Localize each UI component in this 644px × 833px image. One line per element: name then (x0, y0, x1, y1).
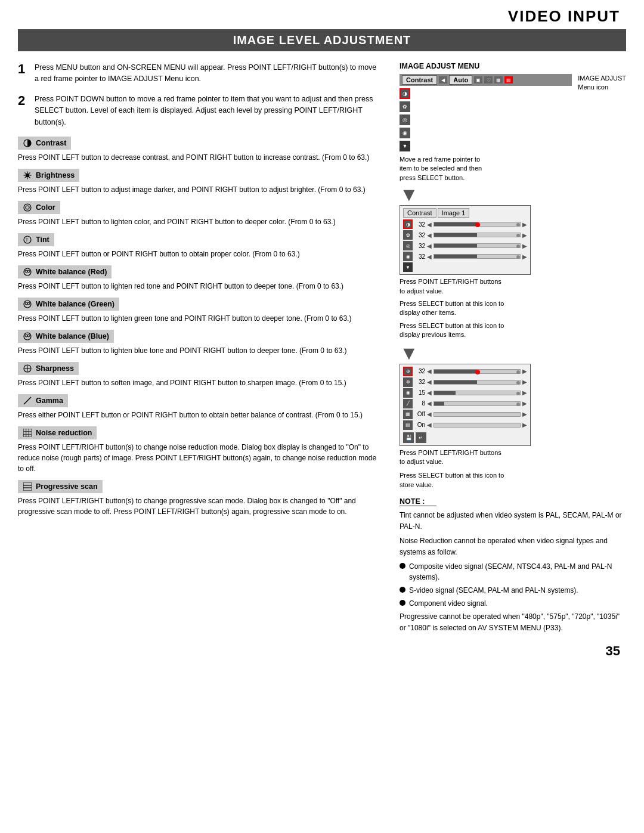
feature-noise-reduction: Noise reduction Press POINT LEFT/RIGHT b… (18, 426, 382, 474)
slider-bar-1 (434, 222, 521, 227)
svg-line-27 (24, 397, 31, 404)
bslider-arr-r6: ▶ (522, 422, 527, 428)
feature-contrast: Contrast Press POINT LEFT button to decr… (18, 137, 382, 163)
bslider-row-6: ▤ On ◀ ▶ (403, 420, 527, 430)
store-icons-row: 💾 ↵ (403, 432, 527, 443)
svg-point-15 (25, 270, 27, 272)
bslider-arr-l2: ◀ (427, 379, 432, 385)
wb-green-icon (23, 299, 32, 309)
page-header: VIDEO INPUT (0, 0, 644, 29)
svg-point-19 (27, 302, 30, 305)
contrast-desc: Press POINT LEFT button to decrease cont… (18, 152, 382, 163)
sharpness-desc: Press POINT LEFT button to soften image,… (18, 377, 382, 388)
slider-icon-4: ◉ (403, 252, 413, 261)
progressive-scan-desc: Press POINT LEFT/RIGHT button(s) to chan… (18, 496, 382, 517)
bslider-arr-l6: ◀ (427, 422, 432, 428)
down-arrow-icon: ▼ (400, 141, 410, 151)
slider-fill-4 (434, 255, 477, 258)
top-menu-area: Contrast ◀ Auto ▣ ♡ ▦ ▤ ◑ ✿ (400, 74, 626, 153)
bslider-arr-r1: ▶ (522, 368, 527, 374)
svg-line-6 (24, 172, 26, 174)
bslider-fill-1 (434, 370, 477, 373)
bullet-icon-3 (400, 600, 405, 606)
store-icon2: ↵ (416, 432, 426, 443)
wb-red-icon (23, 267, 32, 277)
bullet-text-3: Component video signal. (409, 598, 488, 609)
slider-fill-1 (434, 222, 477, 226)
bslider-val-1: 32 (414, 368, 425, 374)
main-content: 1 Press MENU button and ON-SCREEN MENU w… (18, 51, 626, 637)
arrow-down-2: ▼ (400, 343, 626, 363)
menu-icon1: ▣ (474, 76, 482, 83)
step-2-text: Press POINT DOWN button to move a red fr… (35, 94, 382, 128)
bslider-bar-5 (434, 412, 521, 417)
mid-menu-box: Contrast Image 1 ◑ 32 ◀ ▶ ✿ 32 ◀ (400, 205, 531, 275)
annotation4: Press SELECT button at this icon todispl… (400, 321, 626, 340)
slider-val-2: 32 (414, 232, 425, 239)
slider-bar-3 (434, 243, 521, 248)
section-title-bar: IMAGE LEVEL ADJUSTMENT (18, 29, 626, 51)
side-icon-1: ◑ (400, 88, 410, 99)
slider-dot-1 (475, 222, 480, 227)
bslider-arr-r3: ▶ (522, 389, 527, 396)
bslider-arr-r4: ▶ (522, 400, 527, 407)
slider-end-1 (516, 223, 520, 227)
bullet-text-2: S-video signal (SECAM, PAL-M and PAL-N s… (409, 585, 578, 596)
bslider-val-5: Off (414, 411, 425, 417)
noise-reduction-desc: Press POINT LEFT/RIGHT button(s) to chan… (18, 442, 382, 474)
annotation3: Press SELECT button at this icon todispl… (400, 299, 626, 318)
bslider-arr-l1: ◀ (427, 368, 432, 374)
right-column: IMAGE ADJUST MENU Contrast ◀ Auto ▣ ♡ ▦ … (400, 62, 626, 637)
slider-arr-r3: ▶ (522, 243, 527, 249)
svg-point-21 (25, 335, 27, 337)
tint-desc: Press POINT LEFT button or POINT RIGHT b… (18, 249, 382, 259)
slider-icon-1: ◑ (403, 219, 413, 229)
tint-label: Tint (36, 236, 49, 244)
feature-wb-blue: White balance (Blue) Press POINT LEFT bu… (18, 330, 382, 356)
slider-icon-2: ✿ (403, 230, 413, 240)
svg-line-9 (24, 177, 26, 178)
bslider-val-2: 32 (414, 379, 425, 385)
slider-row-4: ◉ 32 ◀ ▶ (403, 252, 527, 261)
feature-wb-red: White balance (Red) Press POINT LEFT but… (18, 265, 382, 292)
bslider-arr-l5: ◀ (427, 411, 432, 417)
bslider-row-1: ⊕ 32 ◀ ▶ (403, 367, 527, 376)
color-icon (23, 203, 32, 212)
slider-end-3 (516, 244, 520, 248)
wb-red-label: White balance (Red) (36, 268, 107, 276)
slider-end-2 (516, 234, 520, 237)
note-text2: Noise Reduction cannot be operated when … (400, 535, 626, 558)
top-menu-box: Contrast ◀ Auto ▣ ♡ ▦ ▤ ◑ ✿ (400, 74, 572, 153)
noise-reduction-label: Noise reduction (36, 429, 92, 437)
slider-arr-l3: ◀ (427, 243, 432, 249)
bslider-val-4: 8 (414, 400, 425, 407)
bslider-icon-2: ⊗ (403, 377, 413, 387)
page-footer: 35 (0, 637, 644, 665)
bslider-icon-6: ▤ (403, 420, 413, 430)
slider-row-1: ◑ 32 ◀ ▶ (403, 219, 527, 229)
note-title: NOTE : (400, 497, 436, 506)
nav-down-icon: ▼ (403, 262, 413, 272)
slider-arr-r4: ▶ (522, 253, 527, 260)
slider-icon-3: ◎ (403, 241, 413, 250)
menu-icon2: ♡ (484, 76, 493, 83)
image-adjust-label: IMAGE ADJUSTMenu icon (578, 74, 626, 92)
slider-row-3: ◎ 32 ◀ ▶ (403, 241, 527, 250)
slider-arr-r1: ▶ (522, 221, 527, 228)
slider-fill-3 (434, 244, 477, 247)
svg-text:T: T (26, 237, 29, 243)
svg-point-10 (24, 204, 31, 211)
slider-arr-l2: ◀ (427, 232, 432, 239)
bslider-icon-5: ▦ (403, 410, 413, 419)
svg-rect-28 (23, 429, 32, 437)
slider-arr-l4: ◀ (427, 253, 432, 260)
slider-arr-l1: ◀ (427, 221, 432, 228)
svg-point-22 (27, 335, 30, 337)
slider-row-2: ✿ 32 ◀ ▶ (403, 230, 527, 240)
section-title: IMAGE LEVEL ADJUSTMENT (18, 33, 626, 47)
svg-point-18 (25, 302, 27, 305)
bullet-icon-1 (400, 563, 405, 569)
slider-val-3: 32 (414, 243, 425, 249)
annotation-menu-icon: IMAGE ADJUSTMenu icon (578, 74, 626, 94)
store-icon1: 💾 (403, 432, 414, 443)
